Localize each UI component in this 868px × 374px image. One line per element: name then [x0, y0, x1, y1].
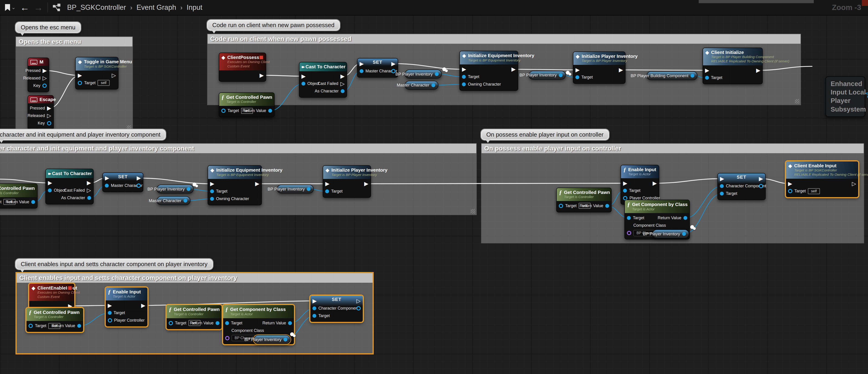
object-pin[interactable] — [48, 189, 52, 192]
comment-bubble-client-enables[interactable]: Client enables input and setts character… — [16, 259, 213, 270]
exec-out-pin[interactable]: ▶ — [364, 181, 368, 186]
rv-pin[interactable] — [216, 321, 219, 325]
enable-input-2[interactable]: ƒEnable InputTarget is Actor▶▶TargetPlay… — [105, 287, 148, 327]
pill-bp-player-inventory-5[interactable]: BP Player Inventory — [652, 230, 689, 238]
exec-in-pin[interactable]: ▶ — [720, 176, 724, 181]
target-pin[interactable] — [312, 314, 316, 318]
var-in-pin[interactable] — [105, 184, 109, 188]
object-pin[interactable] — [302, 82, 305, 86]
target-pin[interactable] — [576, 75, 579, 79]
out-pin[interactable] — [307, 187, 311, 191]
var-out-pin[interactable] — [136, 183, 141, 188]
get-controlled-pawn-1[interactable]: ƒGet Controlled PawnTarget is Controller… — [219, 93, 275, 117]
released-pin[interactable]: ▷ — [47, 113, 51, 118]
var-in-pin[interactable] — [720, 184, 724, 188]
rv-pin[interactable] — [605, 204, 609, 208]
target-pin[interactable] — [559, 204, 563, 208]
exec-in-pin[interactable]: ▶ — [78, 73, 82, 78]
cast-to-character-1[interactable]: ▸▸Cast To Character▶▶ObjectCast Failed▷A… — [299, 62, 347, 98]
exec-in-pin[interactable]: ▶ — [788, 181, 792, 186]
exec-in-pin[interactable]: ▶ — [48, 180, 52, 185]
target-pin[interactable] — [78, 81, 82, 85]
value-box[interactable]: self — [808, 188, 820, 194]
value-box[interactable]: self — [97, 80, 110, 86]
exec-in-pin[interactable]: ▶ — [210, 181, 214, 186]
exec-out-pin[interactable]: ▶ — [87, 180, 91, 185]
exec-out-pin[interactable]: ▷ — [356, 298, 361, 304]
toggle-in-game-menu[interactable]: ◆Toggle in Game MenuTarget is BP SGKCont… — [75, 57, 118, 89]
target-pin[interactable] — [788, 189, 792, 193]
enhanced-input-pill[interactable]: Enhanced Input Local Player Subsystem — [826, 76, 865, 117]
out-pin[interactable] — [690, 74, 694, 78]
out-pin[interactable] — [431, 83, 435, 87]
exec-out-pin[interactable]: ▶ — [756, 68, 760, 73]
player-controller-pin[interactable] — [108, 318, 112, 322]
exec-out-pin[interactable]: ▶ — [653, 180, 657, 186]
get-controlled-pawn-3[interactable]: ƒGet Controlled PawnTarget is Controller… — [26, 308, 84, 332]
key-pin[interactable] — [47, 121, 51, 126]
exec-out-pin[interactable]: ▶ — [141, 303, 145, 308]
set-master-character-2[interactable]: SET▶▶Master Character — [102, 173, 143, 192]
blueprint-event-graph[interactable]: ⌄ ← → BP_SGKController›Event Graph›Input… — [0, 0, 868, 374]
exec-in-pin[interactable]: ▶ — [576, 67, 580, 73]
out-pin[interactable] — [283, 338, 287, 341]
target-pin[interactable] — [29, 324, 33, 328]
as-character-pin[interactable] — [87, 196, 91, 200]
init-player-inventory-2[interactable]: ◆Initialize Player InventoryTarget is BP… — [323, 165, 371, 198]
exec-out-pin[interactable]: ▶ — [619, 67, 623, 73]
exec-in-pin[interactable]: ▶ — [312, 298, 316, 304]
comment-resize-handle[interactable] — [471, 209, 475, 213]
out-pin[interactable] — [187, 187, 190, 191]
pressed-pin[interactable]: ▶ — [42, 68, 47, 73]
pill-master-character-2[interactable]: Master Character — [157, 196, 190, 205]
owning-character-pin[interactable] — [462, 82, 466, 86]
owning-character-pin[interactable] — [210, 197, 214, 201]
pill-bp-player-inventory-6[interactable]: BP Player Inventory — [254, 335, 291, 344]
cast-to-character-2[interactable]: ▸▸Cast To Character▶▶ObjectCast Failed▷A… — [45, 169, 93, 204]
key-m[interactable]: MPressed▶Released▷Key — [28, 58, 49, 92]
target-pin[interactable] — [623, 189, 627, 193]
init-equipment-inventory-1[interactable]: ◆Initialize Equipment InventoryTarget is… — [459, 51, 518, 91]
exec-in-pin[interactable]: ▶ — [360, 61, 364, 66]
target-pin[interactable] — [720, 192, 724, 196]
target-pin[interactable] — [225, 321, 229, 325]
cast-failed-pin[interactable]: ▷ — [87, 188, 91, 193]
exec-out-pin[interactable]: ▶ — [391, 61, 395, 66]
rv-pin[interactable] — [77, 324, 81, 328]
pill-bp-player-building-component[interactable]: BP Player Building Component — [647, 71, 697, 80]
var-out-pin[interactable] — [759, 184, 763, 188]
exec-out-pin[interactable]: ▶ — [512, 66, 516, 72]
comment-bubble-on-possess[interactable]: On possess enable player input on contro… — [481, 129, 609, 140]
exec-out-pin[interactable]: ▶ — [137, 175, 141, 181]
out-pin[interactable] — [183, 199, 187, 203]
pill-bp-player-inventory-2[interactable]: BP Player Inventory — [529, 71, 566, 80]
pill-master-character-1[interactable]: Master Character — [405, 81, 438, 90]
rv-pin[interactable] — [683, 216, 687, 220]
comment-bubble-code-run[interactable]: Code run on client when new pawn possess… — [207, 20, 340, 31]
exec-in-pin[interactable]: ▶ — [705, 68, 709, 73]
exec-out-pin[interactable]: ▶ — [340, 73, 345, 79]
comment-bubble-cast-init[interactable]: character and init equipment and player … — [0, 129, 166, 140]
exec-out-pin[interactable]: ▶ — [259, 73, 264, 78]
exec-out-pin[interactable]: ▶ — [759, 176, 763, 181]
var-out-pin[interactable] — [356, 306, 361, 310]
client-enable-input-remote[interactable]: ◆Client Enable InputTarget is BP SGKCont… — [785, 161, 859, 198]
exec-in-pin[interactable]: ▶ — [623, 180, 627, 186]
get-controlled-pawn-2[interactable]: ƒGet Controlled PawnTarget is Controller… — [556, 188, 612, 212]
cast-failed-pin[interactable]: ▷ — [340, 81, 345, 87]
var-in-pin[interactable] — [312, 306, 316, 310]
target-pin[interactable] — [221, 109, 226, 113]
pressed-pin[interactable]: ▶ — [47, 105, 51, 111]
comment-resize-handle[interactable] — [795, 99, 799, 104]
window-close-button[interactable] — [862, 0, 868, 6]
out-pin[interactable] — [682, 232, 686, 236]
comment-bubble-opens-esc[interactable]: Opens the esc menu — [16, 22, 81, 33]
get-controlled-pawn-partial[interactable]: ƒGet Controlled PawnTarget is Controller… — [0, 183, 38, 208]
target-pin[interactable] — [210, 190, 214, 193]
key-escape[interactable]: EscapePressed▶Released▷Key — [28, 95, 54, 130]
breadcrumb-item[interactable]: BP_SGKController — [67, 3, 126, 11]
key-pin[interactable] — [42, 83, 47, 88]
exec-out-pin[interactable]: ▶ — [255, 181, 259, 186]
var-in-pin[interactable] — [360, 69, 364, 73]
enable-input-1[interactable]: ƒEnable InputTarget is Actor▶▶TargetPlay… — [621, 165, 659, 205]
